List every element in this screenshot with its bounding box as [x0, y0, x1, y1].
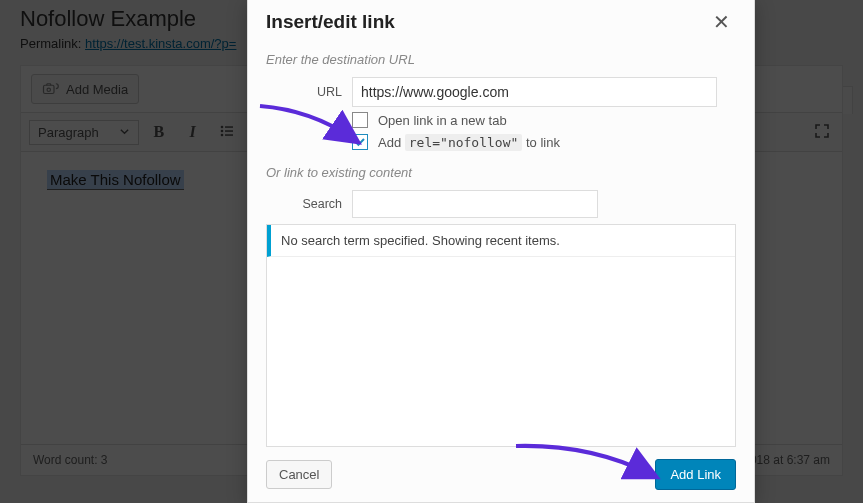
section-destination-label: Enter the destination URL — [266, 52, 736, 67]
add-link-button[interactable]: Add Link — [655, 459, 736, 490]
url-input[interactable] — [352, 77, 717, 107]
close-icon: ✕ — [713, 11, 730, 33]
checkbox-unchecked-icon — [352, 112, 368, 128]
open-new-tab-option[interactable]: Open link in a new tab — [248, 109, 754, 131]
modal-title: Insert/edit link — [266, 11, 395, 33]
insert-link-modal: Insert/edit link ✕ Enter the destination… — [247, 0, 755, 503]
nofollow-code: rel="nofollow" — [405, 134, 523, 151]
nofollow-label: Add rel="nofollow" to link — [378, 135, 560, 150]
section-existing-label: Or link to existing content — [266, 165, 736, 180]
search-label: Search — [266, 197, 342, 211]
cancel-button[interactable]: Cancel — [266, 460, 332, 489]
nofollow-suffix: to link — [522, 135, 560, 150]
close-button[interactable]: ✕ — [707, 8, 736, 36]
url-row: URL — [248, 75, 754, 109]
search-results-info: No search term specified. Showing recent… — [267, 225, 735, 257]
search-results: No search term specified. Showing recent… — [266, 224, 736, 447]
open-new-tab-label: Open link in a new tab — [378, 113, 507, 128]
checkbox-checked-icon — [352, 134, 368, 150]
nofollow-prefix: Add — [378, 135, 405, 150]
nofollow-option[interactable]: Add rel="nofollow" to link — [248, 131, 754, 153]
url-field-label: URL — [266, 85, 342, 99]
search-input[interactable] — [352, 190, 598, 218]
search-row: Search — [248, 188, 754, 220]
